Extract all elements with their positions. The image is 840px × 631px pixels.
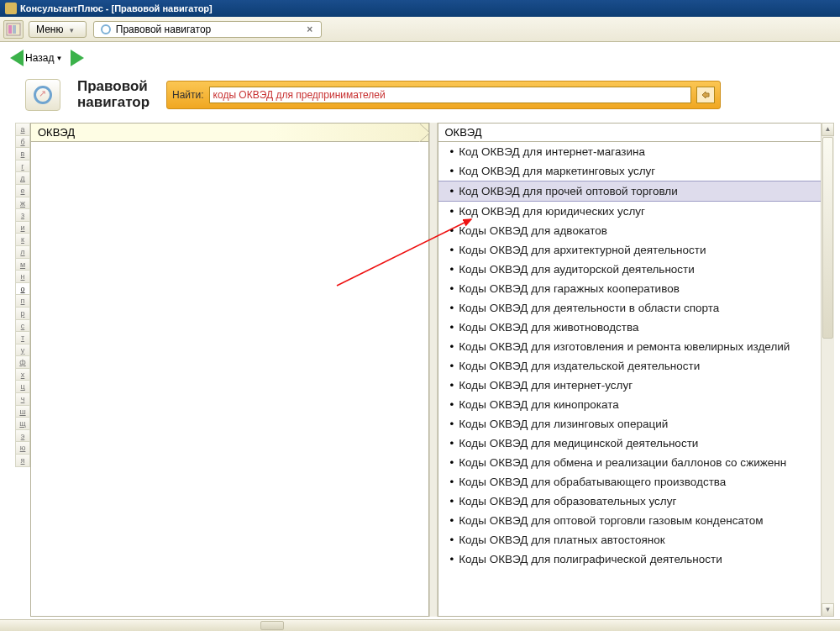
alpha-г[interactable]: г [15, 160, 30, 173]
page-header: Правовой навигатор Найти: [0, 74, 840, 116]
alpha-э[interactable]: э [15, 429, 30, 443]
status-bar [0, 619, 840, 631]
alpha-ш[interactable]: ш [15, 405, 30, 418]
list-item[interactable]: Коды ОКВЭД для платных автостоянок [438, 530, 822, 549]
back-label: Назад [25, 52, 54, 64]
list-item[interactable]: Коды ОКВЭД для интернет-услуг [438, 376, 822, 395]
scroll-up-icon[interactable]: ▲ [822, 123, 834, 136]
list-item[interactable]: Коды ОКВЭД для кинопроката [438, 395, 822, 414]
titlebar: КонсультантПлюс - [Правовой навигатор] [0, 0, 840, 17]
alpha-я[interactable]: я [15, 454, 30, 467]
menu-button[interactable]: Меню [29, 21, 87, 38]
alpha-м[interactable]: м [15, 258, 30, 271]
close-tab-icon[interactable]: × [305, 24, 314, 35]
alpha-н[interactable]: н [15, 270, 30, 283]
right-panel-body: Код ОКВЭД для интернет-магазинаКод ОКВЭД… [438, 142, 822, 616]
list-item[interactable]: Коды ОКВЭД для деятельности в области сп… [438, 298, 822, 318]
nav-toolbar: Назад ▼ [0, 42, 840, 74]
alpha-в[interactable]: в [15, 147, 30, 160]
alpha-б[interactable]: б [15, 135, 30, 149]
alpha-л[interactable]: л [15, 245, 30, 259]
left-panel-title: ОКВЭД [38, 126, 75, 139]
clear-search-icon[interactable] [696, 87, 715, 103]
list-item[interactable]: Коды ОКВЭД для гаражных кооперативов [438, 279, 822, 298]
alpha-е[interactable]: е [15, 184, 30, 197]
alpha-к[interactable]: к [15, 233, 30, 246]
document-tab[interactable]: Правовой навигатор × [93, 21, 322, 38]
list-item[interactable]: Коды ОКВЭД для обмена и реализации балло… [438, 453, 822, 472]
page-title: Правовой навигатор [77, 79, 150, 110]
list-item[interactable]: Коды ОКВЭД для обрабатывающего производс… [438, 472, 822, 492]
app-menu-icon[interactable] [3, 20, 24, 39]
alpha-ю[interactable]: ю [15, 441, 30, 455]
pane-divider[interactable] [429, 123, 438, 617]
alpha-с[interactable]: с [15, 319, 30, 333]
right-panel-title: ОКВЭД [445, 126, 482, 139]
list-item[interactable]: Коды ОКВЭД для издательской деятельности [438, 356, 822, 376]
list-item[interactable]: Коды ОКВЭД для адвокатов [438, 221, 822, 240]
list-item[interactable]: Код ОКВЭД для интернет-магазина [438, 142, 822, 161]
search-bar: Найти: [166, 81, 721, 109]
alpha-о[interactable]: о [15, 282, 30, 296]
navigator-icon [25, 79, 60, 111]
alpha-т[interactable]: т [15, 331, 30, 344]
list-item[interactable]: Код ОКВЭД для прочей оптовой торговли [438, 181, 822, 202]
scroll-thumb[interactable] [822, 137, 833, 339]
alpha-у[interactable]: у [15, 344, 30, 357]
content-row: абвгдежзиклмнопрстуфхцчшщэюя ОКВЭД ОКВЭД… [15, 123, 834, 617]
alpha-ц[interactable]: ц [15, 380, 30, 393]
svg-rect-2 [13, 25, 16, 34]
list-item[interactable]: Коды ОКВЭД для животноводства [438, 318, 822, 337]
arrow-left-icon [10, 50, 24, 66]
menu-label: Меню [36, 24, 63, 35]
alpha-ч[interactable]: ч [15, 392, 30, 406]
list-item[interactable]: Коды ОКВЭД для лизинговых операций [438, 414, 822, 434]
alpha-х[interactable]: х [15, 368, 30, 381]
list-item[interactable]: Коды ОКВЭД для полиграфической деятельно… [438, 549, 822, 569]
list-item[interactable]: Коды ОКВЭД для изготовления и ремонта юв… [438, 337, 822, 356]
right-panel-header: ОКВЭД [438, 124, 822, 142]
svg-rect-1 [8, 25, 12, 34]
menubar: Меню Правовой навигатор × [0, 17, 840, 42]
tab-label: Правовой навигатор [116, 24, 211, 35]
app-icon [5, 3, 17, 14]
list-item[interactable]: Коды ОКВЭД для аудиторской деятельности [438, 260, 822, 279]
list-item[interactable]: Код ОКВЭД для юридических услуг [438, 202, 822, 221]
compass-icon [101, 24, 111, 34]
left-panel-header: ОКВЭД [31, 124, 428, 142]
search-label: Найти: [172, 89, 204, 101]
scroll-down-icon[interactable]: ▼ [822, 603, 834, 617]
left-panel-body[interactable] [31, 142, 428, 616]
alpha-и[interactable]: и [15, 221, 30, 234]
left-panel: ОКВЭД [30, 123, 429, 617]
arrow-right-icon [71, 50, 84, 66]
alpha-р[interactable]: р [15, 307, 30, 320]
alpha-ф[interactable]: ф [15, 355, 30, 369]
alpha-щ[interactable]: щ [15, 417, 30, 430]
alpha-п[interactable]: п [15, 294, 30, 308]
alpha-з[interactable]: з [15, 208, 30, 222]
vertical-scrollbar[interactable]: ▲ ▼ [821, 123, 834, 617]
forward-button[interactable] [71, 50, 84, 66]
alpha-д[interactable]: д [15, 171, 30, 185]
horizontal-scroll-thumb[interactable] [260, 621, 284, 630]
alpha-ж[interactable]: ж [15, 197, 30, 210]
window-title: КонсультантПлюс - [Правовой навигатор] [20, 3, 213, 13]
back-button[interactable]: Назад ▼ [10, 50, 62, 66]
list-item[interactable]: Код ОКВЭД для маркетинговых услуг [438, 161, 822, 181]
search-input[interactable] [209, 87, 691, 103]
list-item[interactable]: Коды ОКВЭД для архитектурной деятельност… [438, 240, 822, 260]
list-item[interactable]: Коды ОКВЭД для оптовой торговли газовым … [438, 511, 822, 530]
list-item[interactable]: Коды ОКВЭД для образовательных услуг [438, 492, 822, 511]
list-item[interactable]: Коды ОКВЭД для медицинской деятельности [438, 434, 822, 453]
right-panel: ОКВЭД Код ОКВЭД для интернет-магазинаКод… [438, 123, 822, 617]
chevron-down-icon: ▼ [55, 55, 62, 62]
alpha-а[interactable]: а [15, 123, 30, 136]
alpha-index: абвгдежзиклмнопрстуфхцчшщэюя [15, 123, 30, 617]
